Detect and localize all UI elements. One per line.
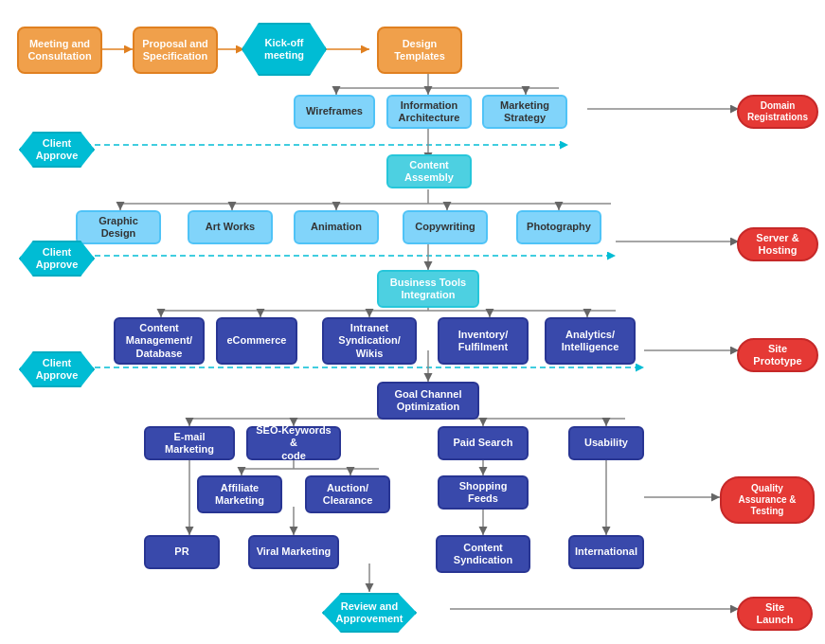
domain-reg-node: DomainRegistrations [737,95,818,129]
qa-testing-node: QualityAssurance &Testing [720,476,815,524]
wireframes-node: Wireframes [294,95,375,129]
info-arch-node: InformationArchitecture [386,95,472,129]
ecommerce-node: eCommerce [216,317,297,365]
cms-node: ContentManagement/Database [114,317,205,365]
inventory-node: Inventory/Fulfilment [438,317,529,365]
viral-marketing-node: Viral Marketing [248,535,339,569]
shopping-feeds-node: Shopping Feeds [438,475,529,510]
usability-node: Usability [568,426,644,460]
seo-node: SEO-Keywords &code [246,426,341,460]
copywriting-node: Copywriting [403,210,488,244]
photography-node: Photography [516,210,601,244]
pr-node: PR [144,535,220,569]
marketing-strategy-node: MarketingStrategy [482,95,567,129]
analytics-node: Analytics/Intelligence [545,317,636,365]
email-marketing-node: E-mail Marketing [144,426,235,460]
client-approve-3: ClientApprove [19,350,95,388]
intranet-node: IntranetSyndication/Wikis [322,317,417,365]
meeting-node: Meeting andConsultation [17,27,102,74]
international-node: International [568,535,644,569]
art-works-node: Art Works [188,210,273,244]
site-launch-node: Site Launch [737,597,813,631]
design-templates-node: DesignTemplates [377,27,462,74]
business-tools-node: Business ToolsIntegration [377,270,479,308]
paid-search-node: Paid Search [438,426,529,460]
content-syndication-node: ContentSyndication [436,535,530,573]
affiliate-node: AffiliateMarketing [197,475,282,513]
proposal-node: Proposal andSpecification [133,27,218,74]
review-node: Review andApprovement [322,592,417,634]
client-approve-2: ClientApprove [19,240,95,277]
client-approve-1: ClientApprove [19,131,95,169]
auction-node: Auction/Clearance [305,475,390,513]
kickoff-node: Kick-offmeeting [242,21,327,78]
site-prototype-node: Site Prototype [737,338,818,372]
content-assembly-node: ContentAssembly [386,154,472,188]
diagram: Meeting andConsultation Proposal andSpec… [0,0,825,644]
goal-channel-node: Goal ChannelOptimization [377,382,479,420]
server-hosting-node: Server & Hosting [737,227,818,261]
animation-node: Animation [294,210,379,244]
